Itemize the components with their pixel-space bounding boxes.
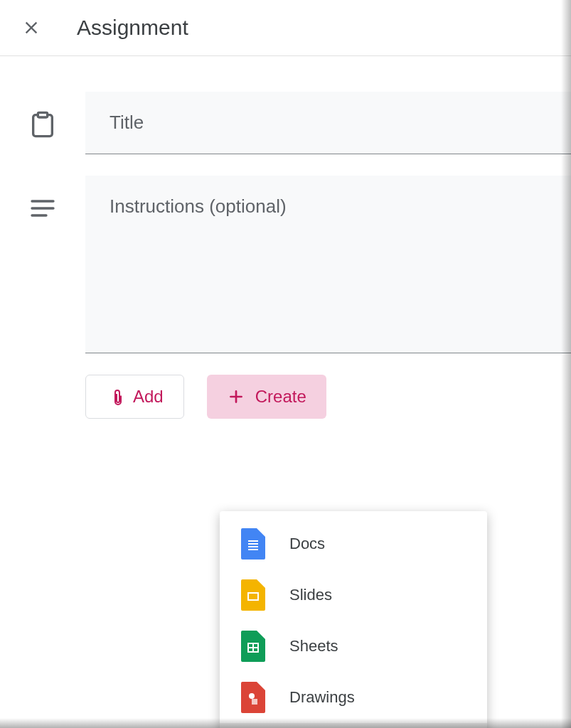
title-row (0, 92, 571, 154)
svg-rect-0 (38, 112, 47, 117)
drawings-icon (241, 682, 265, 713)
create-button[interactable]: Create (207, 375, 326, 419)
clipboard-icon (28, 110, 57, 139)
menu-item-label: Docs (289, 535, 325, 553)
text-lines-icon (28, 194, 57, 223)
instructions-row-icon-wrap (0, 176, 85, 223)
plus-icon (227, 387, 245, 406)
sheets-icon (241, 631, 265, 662)
menu-item-drawings[interactable]: Drawings (220, 672, 487, 723)
instructions-field[interactable] (85, 176, 571, 353)
menu-item-label: Drawings (289, 688, 355, 707)
close-button[interactable] (20, 16, 43, 39)
close-icon (21, 18, 41, 38)
header-bar: Assignment (0, 0, 571, 56)
title-field[interactable] (85, 92, 571, 154)
content-area: Add Create Docs Slides She (0, 56, 571, 419)
instructions-row (0, 176, 571, 353)
add-button-label: Add (133, 387, 164, 407)
menu-item-label: Slides (289, 586, 332, 604)
page-title: Assignment (77, 16, 188, 40)
title-row-icon-wrap (0, 92, 85, 139)
menu-item-slides[interactable]: Slides (220, 569, 487, 621)
menu-item-forms[interactable]: Forms (220, 723, 487, 728)
instructions-textarea[interactable] (110, 196, 547, 328)
create-button-label: Create (255, 387, 306, 407)
attachment-button-row: Add Create (85, 375, 571, 419)
attachment-icon (106, 387, 123, 407)
add-button[interactable]: Add (85, 375, 184, 419)
docs-icon (241, 528, 265, 560)
menu-item-label: Sheets (289, 637, 338, 655)
menu-item-sheets[interactable]: Sheets (220, 621, 487, 672)
slides-icon (241, 579, 265, 611)
menu-item-docs[interactable]: Docs (220, 518, 487, 569)
create-dropdown: Docs Slides Sheets Drawings (220, 511, 487, 728)
title-input[interactable] (110, 112, 547, 134)
